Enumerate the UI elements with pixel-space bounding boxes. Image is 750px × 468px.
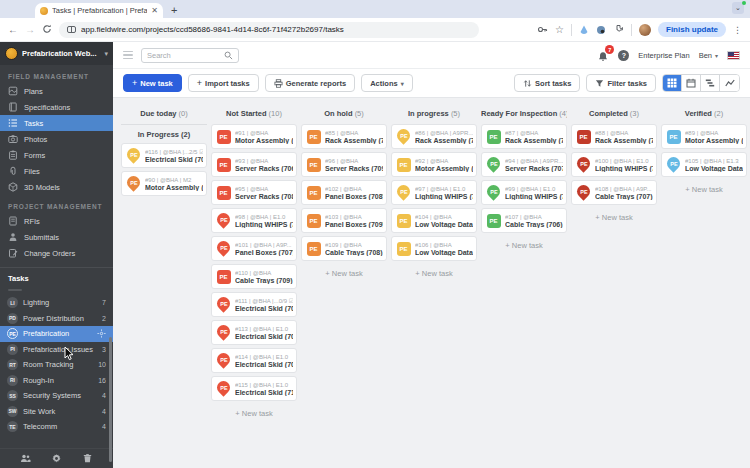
sidebar-item-tasks[interactable]: Tasks xyxy=(0,115,113,131)
task-card[interactable]: PE#109 | @BHACable Trays (708) xyxy=(301,236,387,261)
task-category-prefabrication-issues[interactable]: PIPrefabrication Issues3 xyxy=(0,342,113,358)
task-card[interactable]: PE#96 | @BHAServer Racks (709) xyxy=(301,152,387,177)
us-flag-icon[interactable] xyxy=(727,51,740,60)
task-meta: #85 | @BHA xyxy=(325,130,383,136)
trash-icon[interactable] xyxy=(82,453,93,464)
browser-tab[interactable]: Tasks | Prefabrication | Prefab... ✕ xyxy=(35,3,163,18)
task-title: Low Voltage Data ... xyxy=(415,249,473,256)
task-card[interactable]: PE#110 | @BHACable Trays (709) xyxy=(211,264,297,289)
task-card[interactable]: PE#87 | @BHARack Assembly (70... xyxy=(481,124,567,149)
sidebar-item-3d-models[interactable]: 3D Models xyxy=(0,179,113,195)
new-task-link[interactable]: + New task xyxy=(661,180,747,199)
search-input[interactable] xyxy=(147,51,220,60)
task-category-room-tracking[interactable]: RTRoom Tracking10 xyxy=(0,357,113,373)
task-card[interactable]: PE#103 | @BHAPanel Boxes (709) xyxy=(301,208,387,233)
sidebar-item-forms[interactable]: Forms xyxy=(0,147,113,163)
task-card[interactable]: PE#106 | @BHALow Voltage Data ... xyxy=(391,236,477,261)
task-card[interactable]: PE#92 | @BHAMotor Assembly (... xyxy=(391,152,477,177)
task-card[interactable]: PE#99 | @BHA | E1.0Lighting WHIPS (7... xyxy=(481,180,567,205)
sidebar-item-files[interactable]: Files xyxy=(0,163,113,179)
sidebar-item-specifications[interactable]: Specifications xyxy=(0,99,113,115)
task-card[interactable]: PE#95 | @BHAServer Racks (708) xyxy=(211,180,297,205)
forward-icon[interactable]: → xyxy=(25,25,35,35)
task-card[interactable]: PE#101 | @BHA | A9P...Panel Boxes (707) xyxy=(211,236,297,261)
task-card[interactable]: PE#114 | @BHA | E1.0Electrical Skid (709… xyxy=(211,348,297,373)
sidebar-item-photos[interactable]: Photos xyxy=(0,131,113,147)
sidebar-scrollbar[interactable] xyxy=(109,337,112,462)
task-card[interactable]: PE#115 | @BHA | E1.0Electrical Skid (710… xyxy=(211,376,297,401)
new-tab-button[interactable]: + xyxy=(171,5,177,16)
gantt-view-button[interactable] xyxy=(701,75,720,91)
new-task-button[interactable]: +New task xyxy=(123,74,182,92)
task-category-lighting[interactable]: LILighting7 xyxy=(0,295,113,311)
task-category-prefabrication[interactable]: PEPrefabrication xyxy=(0,326,113,342)
extension-lighthouse-icon[interactable] xyxy=(579,21,589,39)
new-task-link[interactable]: + New task xyxy=(301,264,387,283)
task-card[interactable]: PE#85 | @BHARack Assembly (70... xyxy=(301,124,387,149)
task-card[interactable]: PE#100 | @BHA | E1.0Lighting WHIPS (7... xyxy=(571,152,657,177)
extensions-puzzle-icon[interactable] xyxy=(613,21,624,39)
task-card[interactable]: PE#88 | @BHARack Assembly (70... xyxy=(571,124,657,149)
task-category-rough-in[interactable]: RIRough-In16 xyxy=(0,373,113,389)
sidebar-item-change-orders[interactable]: Change Orders xyxy=(0,245,113,261)
task-category-telecomm[interactable]: TETelecomm4 xyxy=(0,419,113,435)
sidebar-item-rfis[interactable]: RFIs xyxy=(0,213,113,229)
menu-toggle-icon[interactable] xyxy=(123,51,133,60)
notifications-bell-icon[interactable]: 7 xyxy=(597,49,609,61)
task-card[interactable]: PE#97 | @BHA | E1.0Lighting WHIPS (7... xyxy=(391,180,477,205)
tab-close-icon[interactable]: ✕ xyxy=(151,7,158,15)
task-category-power-distribution[interactable]: PDPower Distribution2 xyxy=(0,311,113,327)
reload-icon[interactable] xyxy=(42,24,52,36)
people-icon[interactable] xyxy=(20,453,31,464)
actions-button[interactable]: Actions▾ xyxy=(361,74,413,92)
task-card[interactable]: PE#94 | @BHA | A9PR...Server Racks (707) xyxy=(481,152,567,177)
task-card[interactable]: PE#86 | @BHA | A9PR...Rack Assembly (70.… xyxy=(391,124,477,149)
task-card[interactable]: PE#108 | @BHA | A9P...Cable Trays (707) xyxy=(571,180,657,205)
chrome-menu-icon[interactable]: ⋮ xyxy=(733,25,742,35)
sort-tasks-button[interactable]: Sort tasks xyxy=(514,74,580,92)
task-card[interactable]: PE#93 | @BHAServer Racks (706) xyxy=(211,152,297,177)
extension-meter-icon[interactable] xyxy=(596,21,606,39)
task-category-security-systems[interactable]: SSSecurity Systems4 xyxy=(0,388,113,404)
tasks-section-label: Tasks xyxy=(0,268,113,285)
new-task-link[interactable]: + New task xyxy=(481,236,567,255)
task-card[interactable]: PE#116 | @BHA |...2/5 ☑Electrical Skid (… xyxy=(121,143,207,168)
task-card[interactable]: PE#111 | @BHA |...0/9 ☑Electrical Skid (… xyxy=(211,292,297,317)
task-card[interactable]: PE#91 | @BHAMotor Assembly (... xyxy=(211,124,297,149)
site-settings-icon[interactable] xyxy=(67,26,76,33)
sidebar-item-submittals[interactable]: Submittals xyxy=(0,229,113,245)
bookmark-star-icon[interactable]: ☆ xyxy=(555,25,564,35)
search-box[interactable] xyxy=(141,48,239,63)
calendar-view-button[interactable] xyxy=(682,75,701,91)
finish-update-button[interactable]: Finish update xyxy=(658,22,726,37)
generate-reports-button[interactable]: Generate reports xyxy=(265,74,355,92)
task-card[interactable]: PE#89 | @BHAMotor Assembly (... xyxy=(661,124,747,149)
task-card[interactable]: PE#105 | @BHA | E1.3Low Voltage Data ... xyxy=(661,152,747,177)
screen: Tasks | Prefabrication | Prefab... ✕ + ⌄… xyxy=(0,0,750,468)
new-task-link[interactable]: + New task xyxy=(571,208,657,227)
user-menu[interactable]: Ben▾ xyxy=(699,51,718,60)
task-card[interactable]: PE#102 | @BHAPanel Boxes (708) xyxy=(301,180,387,205)
task-card[interactable]: PE#113 | @BHA | E1.0Electrical Skid (708… xyxy=(211,320,297,345)
window-chevron-icon[interactable]: ⌄ xyxy=(732,2,744,14)
project-switcher[interactable]: Prefabrication Web... ▾ xyxy=(0,42,113,65)
new-task-link[interactable]: + New task xyxy=(211,404,297,423)
new-task-link[interactable]: + New task xyxy=(391,264,477,283)
category-gear-icon[interactable] xyxy=(97,329,106,338)
back-icon[interactable]: ← xyxy=(8,25,18,35)
password-key-icon[interactable] xyxy=(537,21,548,39)
import-tasks-button[interactable]: +Import tasks xyxy=(188,74,259,92)
chrome-profile-avatar[interactable] xyxy=(639,24,651,36)
task-category-site-work[interactable]: SWSite Work4 xyxy=(0,404,113,420)
filter-tasks-button[interactable]: Filter tasks xyxy=(586,74,656,92)
gear-icon[interactable] xyxy=(51,453,62,464)
task-card[interactable]: PE#90 | @BHA | M2Motor Assembly (... xyxy=(121,171,207,196)
task-card[interactable]: PE#98 | @BHA | E1.0Lighting WHIPS (7... xyxy=(211,208,297,233)
chart-view-button[interactable] xyxy=(720,75,739,91)
kanban-view-button[interactable] xyxy=(663,75,682,91)
sidebar-item-plans[interactable]: Plans xyxy=(0,83,113,99)
task-card[interactable]: PE#104 | @BHALow Voltage Data ... xyxy=(391,208,477,233)
task-card[interactable]: PE#107 | @BHACable Trays (706) xyxy=(481,208,567,233)
help-icon[interactable]: ? xyxy=(618,50,629,61)
url-field[interactable]: app.fieldwire.com/projects/ccd58686-9841… xyxy=(59,22,479,38)
